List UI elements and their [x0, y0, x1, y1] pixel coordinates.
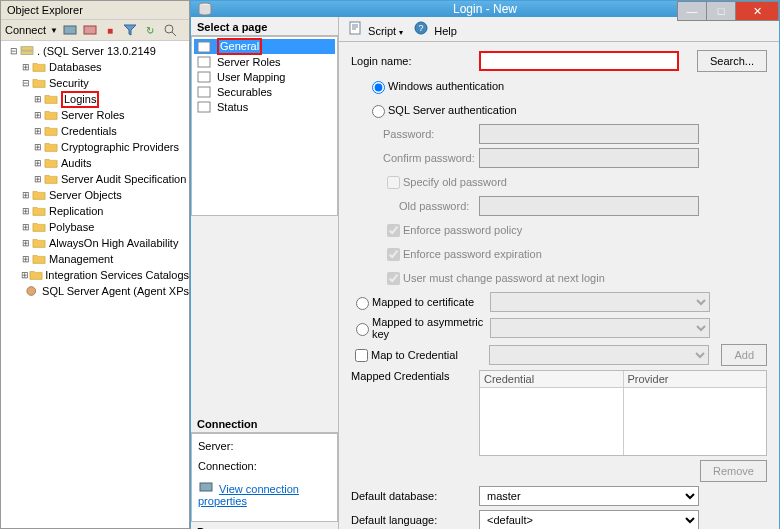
page-icon — [196, 100, 212, 114]
svg-rect-13 — [200, 483, 212, 491]
tree-crypto-providers[interactable]: ⊞Cryptographic Providers — [1, 139, 189, 155]
tree-credentials[interactable]: ⊞Credentials — [1, 123, 189, 139]
cert-select — [490, 292, 710, 312]
svg-point-2 — [165, 25, 173, 33]
folder-icon — [43, 140, 59, 154]
asym-select — [490, 318, 710, 338]
object-explorer-toolbar: Connect ▼ ■ ↻ — [1, 20, 189, 41]
page-general[interactable]: General — [194, 39, 335, 54]
folder-icon — [31, 188, 47, 202]
windows-auth-label: Windows authentication — [388, 80, 504, 92]
stop-icon[interactable]: ■ — [102, 22, 118, 38]
mapped-cert-radio[interactable] — [356, 297, 369, 310]
folder-icon — [43, 156, 59, 170]
tree-audits[interactable]: ⊞Audits — [1, 155, 189, 171]
folder-icon — [31, 236, 47, 250]
tree-server-roles[interactable]: ⊞Server Roles — [1, 107, 189, 123]
col-provider: Provider — [624, 371, 767, 388]
login-name-input[interactable] — [479, 51, 679, 71]
col-credential: Credential — [480, 371, 623, 388]
server-label: Server: — [198, 440, 331, 452]
tree-sql-agent[interactable]: SQL Server Agent (Agent XPs — [1, 283, 189, 299]
tree-replication[interactable]: ⊞Replication — [1, 203, 189, 219]
mapped-asym-radio[interactable] — [356, 323, 369, 336]
select-page-head: Select a page — [191, 17, 338, 36]
connection-head: Connection — [191, 414, 338, 433]
folder-icon — [43, 92, 59, 106]
login-new-dialog: Login - New — □ ✕ Select a page General … — [190, 0, 780, 529]
svg-rect-1 — [84, 26, 96, 34]
svg-rect-14 — [350, 22, 360, 34]
object-explorer-tree[interactable]: ⊟. (SQL Server 13.0.2149 ⊞Databases ⊟Sec… — [1, 41, 189, 528]
page-user-mapping[interactable]: User Mapping — [194, 69, 335, 84]
titlebar[interactable]: Login - New — □ ✕ — [191, 1, 779, 17]
script-icon — [347, 21, 363, 35]
confirm-input — [479, 148, 699, 168]
page-icon — [196, 70, 212, 84]
dialog-icon — [191, 1, 219, 17]
general-form: Login name: Search... Windows authentica… — [339, 42, 779, 529]
page-securables[interactable]: Securables — [194, 84, 335, 99]
tree-isc[interactable]: ⊞Integration Services Catalogs — [1, 267, 189, 283]
page-server-roles[interactable]: Server Roles — [194, 54, 335, 69]
default-lang-select[interactable]: <default> — [479, 510, 699, 529]
tree-management[interactable]: ⊞Management — [1, 251, 189, 267]
map-cred-label: Map to Credential — [371, 349, 489, 361]
tree-server-objects[interactable]: ⊞Server Objects — [1, 187, 189, 203]
svg-text:?: ? — [419, 23, 424, 33]
old-password-label: Old password: — [399, 200, 479, 212]
svg-rect-10 — [198, 72, 210, 82]
old-password-input — [479, 196, 699, 216]
credentials-grid[interactable]: Credential Provider — [479, 370, 767, 456]
folder-icon — [31, 252, 47, 266]
refresh-icon[interactable]: ↻ — [142, 22, 158, 38]
page-icon — [196, 40, 212, 54]
svg-rect-0 — [64, 26, 76, 34]
filter-icon[interactable] — [122, 22, 138, 38]
tree-databases[interactable]: ⊞Databases — [1, 59, 189, 75]
search-button[interactable]: Search... — [697, 50, 767, 72]
tree-security[interactable]: ⊟Security — [1, 75, 189, 91]
default-lang-label: Default language: — [351, 514, 479, 526]
mapped-asym-label: Mapped to asymmetric key — [372, 316, 490, 340]
page-status[interactable]: Status — [194, 99, 335, 114]
tree-server-root[interactable]: ⊟. (SQL Server 13.0.2149 — [1, 43, 189, 59]
object-explorer-title: Object Explorer — [1, 1, 189, 20]
page-list[interactable]: General Server Roles User Mapping Secura… — [191, 36, 338, 216]
search-icon[interactable] — [162, 22, 178, 38]
close-button[interactable]: ✕ — [735, 1, 779, 21]
folder-icon — [31, 76, 47, 90]
must-change-label: User must change password at next login — [403, 272, 605, 284]
must-change-check — [387, 272, 400, 285]
windows-auth-radio[interactable] — [372, 81, 385, 94]
agent-icon — [26, 284, 40, 298]
tree-alwayson[interactable]: ⊞AlwaysOn High Availability — [1, 235, 189, 251]
folder-icon — [29, 268, 43, 282]
help-button[interactable]: ? Help — [413, 21, 457, 37]
svg-rect-9 — [198, 57, 210, 67]
enforce-expire-check — [387, 248, 400, 261]
server-icon — [19, 44, 35, 58]
default-db-select[interactable]: master — [479, 486, 699, 506]
mapped-creds-label: Mapped Credentials — [351, 370, 479, 382]
folder-icon — [31, 204, 47, 218]
map-cred-check[interactable] — [355, 349, 368, 362]
folder-icon — [31, 60, 47, 74]
connect-button[interactable]: Connect — [5, 24, 46, 36]
tree-logins[interactable]: ⊞Logins — [1, 91, 189, 107]
minimize-button[interactable]: — — [677, 1, 707, 21]
specify-old-check — [387, 176, 400, 189]
password-input — [479, 124, 699, 144]
disconnect-icon[interactable] — [82, 22, 98, 38]
tree-server-audit-spec[interactable]: ⊞Server Audit Specification — [1, 171, 189, 187]
tree-polybase[interactable]: ⊞Polybase — [1, 219, 189, 235]
page-icon — [196, 85, 212, 99]
maximize-button[interactable]: □ — [706, 1, 736, 21]
svg-rect-11 — [198, 87, 210, 97]
connection-label: Connection: — [198, 460, 331, 472]
page-icon — [196, 55, 212, 69]
folder-icon — [31, 220, 47, 234]
script-button[interactable]: Script ▾ — [347, 21, 403, 37]
connect-icon[interactable] — [62, 22, 78, 38]
sql-auth-radio[interactable] — [372, 105, 385, 118]
